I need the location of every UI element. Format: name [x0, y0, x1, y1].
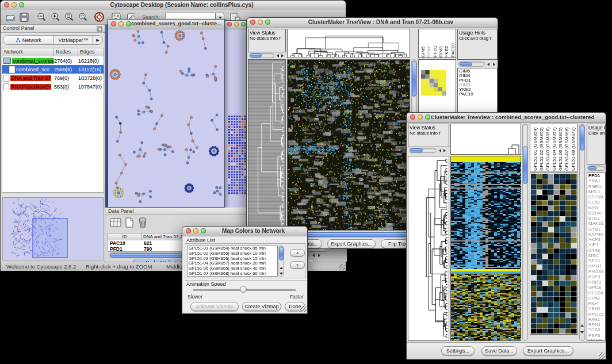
- resize-grip[interactable]: [339, 264, 345, 270]
- scroll-right-icon[interactable]: [281, 54, 284, 58]
- scroll-right-icon[interactable]: [443, 149, 446, 152]
- animate-vizmap-button[interactable]: Animate Vizmap: [190, 302, 239, 311]
- scroll-up-icon[interactable]: [280, 267, 283, 269]
- delete-attribute-icon[interactable]: [137, 217, 148, 228]
- attribute-list[interactable]: GPL51-01 (GSM854) heat shock 05 minGPL51…: [187, 246, 278, 277]
- tv2-status-hscrollbar[interactable]: [409, 148, 437, 153]
- scroll-left-icon[interactable]: [277, 54, 279, 58]
- col-edges[interactable]: Edges: [78, 48, 104, 56]
- tv1-gene-dendrogram[interactable]: [248, 59, 286, 231]
- col-nodes[interactable]: Nodes: [54, 48, 78, 56]
- zoom-heatmap-canvas[interactable]: [421, 70, 446, 97]
- tv1-heatmap[interactable]: [287, 59, 410, 231]
- window-controls[interactable]: [4, 2, 24, 7]
- zoom-out-button[interactable]: [36, 12, 47, 22]
- create-vizmap-button[interactable]: Create Vizmap: [242, 302, 281, 311]
- edges-count: 107847(0): [78, 84, 104, 90]
- network-view-canvas[interactable]: [108, 29, 224, 208]
- tab-network[interactable]: Network: [3, 36, 54, 44]
- open-session-button[interactable]: [5, 12, 16, 22]
- help-icon[interactable]: [94, 12, 105, 22]
- zoom-in-button[interactable]: [50, 12, 60, 22]
- float-panel-icon[interactable]: [97, 26, 102, 32]
- zoom-fit-button[interactable]: [64, 12, 74, 22]
- network-row[interactable]: RNAPuberNov2+ 563(0) 107847(0): [2, 82, 104, 91]
- status-left: Welcome to Cytoscape 2.6.2: [6, 263, 76, 270]
- close-icon[interactable]: [227, 22, 232, 26]
- close-icon[interactable]: [186, 228, 191, 233]
- minimize-icon[interactable]: [418, 114, 423, 120]
- birdseye-view[interactable]: [2, 197, 104, 260]
- down-arrow-icon: ∨: [296, 263, 299, 267]
- main-titlebar[interactable]: Cytoscape Desktop (Session Name: collins…: [1, 1, 346, 10]
- move-down-button[interactable]: ∨: [290, 261, 305, 269]
- window-controls[interactable]: [250, 20, 270, 25]
- resize-grip[interactable]: [300, 306, 307, 312]
- dialog-titlebar[interactable]: Map Colors to Network: [182, 227, 307, 236]
- tv2-settings-button[interactable]: Settings...: [441, 346, 475, 355]
- save-session-button[interactable]: [19, 12, 29, 22]
- edges-count: 16218(0): [78, 58, 104, 64]
- minimize-icon[interactable]: [12, 2, 17, 7]
- col-network[interactable]: Network: [2, 48, 54, 56]
- close-icon[interactable]: [410, 114, 415, 120]
- tv2-top-dendrogram[interactable]: [450, 124, 521, 155]
- scroll-right-icon[interactable]: [318, 254, 320, 257]
- gene-label: GTB1: [588, 227, 605, 232]
- tv1-hints-hscrollbar[interactable]: [458, 62, 485, 67]
- tv2-zoom-vscrollbar[interactable]: [579, 124, 585, 341]
- resize-grip[interactable]: [599, 352, 605, 359]
- attribute-list-vscrollbar[interactable]: [278, 246, 284, 277]
- scroll-down-icon[interactable]: [580, 331, 584, 334]
- column-label: GIM3: [438, 32, 443, 58]
- close-icon[interactable]: [250, 20, 255, 25]
- network-row[interactable]: combined_scores 2764(0) 16218(0): [2, 56, 104, 65]
- button-label: Animate Vizmap: [196, 304, 233, 309]
- tv1-status-hscrollbar[interactable]: [249, 53, 274, 58]
- tab-vizmapper[interactable]: VizMapper™: [54, 36, 93, 44]
- network-row[interactable]: DNA and Tran 07 769(0) 183728(0): [2, 74, 104, 82]
- tv2-hints-hscrollbar[interactable]: [587, 166, 605, 171]
- window-controls[interactable]: [186, 228, 206, 233]
- dendrogram-canvas: [288, 29, 410, 58]
- network-window-1[interactable]: combined_scores_good.txt--cluste...: [108, 19, 225, 208]
- scroll-down-icon[interactable]: [280, 273, 283, 275]
- tv2-zoom-heatmap[interactable]: [530, 173, 578, 335]
- minimize-icon[interactable]: [118, 21, 124, 26]
- tv2-vscrollbar[interactable]: [522, 124, 528, 341]
- speed-slider-thumb[interactable]: [240, 286, 247, 293]
- window-controls[interactable]: [227, 22, 246, 26]
- col-id[interactable]: ID: [108, 233, 141, 240]
- scroll-up-icon[interactable]: [580, 324, 584, 327]
- close-icon[interactable]: [111, 21, 116, 26]
- minimize-icon[interactable]: [193, 228, 198, 233]
- tv2-export-graphics-button[interactable]: Export Graphics...: [523, 346, 573, 355]
- zoom-window-icon[interactable]: [241, 22, 246, 26]
- tv2-heatmap[interactable]: [450, 156, 521, 341]
- folder-icon: [3, 58, 11, 64]
- treeview2-titlebar[interactable]: ClusterMaker TreeView : combined_scores_…: [407, 113, 606, 123]
- tv1-export-graphics-button[interactable]: Export Graphics...: [327, 239, 376, 248]
- attribute-select-icon[interactable]: [110, 217, 121, 228]
- gene-label: VIP1: [588, 242, 605, 247]
- scroll-right-icon[interactable]: [493, 63, 495, 66]
- tab-overflow-arrow[interactable]: ▶: [93, 36, 102, 44]
- tv2-save-data-button[interactable]: Save Data...: [481, 346, 517, 355]
- new-attribute-icon[interactable]: [125, 217, 134, 228]
- scroll-left-icon[interactable]: [439, 149, 441, 152]
- zoom-selected-button[interactable]: [78, 12, 88, 22]
- usage-hints-text: Click and drag t: [458, 36, 497, 41]
- close-icon[interactable]: [4, 2, 9, 7]
- tv2-gene-dendrogram[interactable]: [408, 156, 449, 341]
- zoom-window-icon[interactable]: [126, 21, 131, 26]
- minimize-icon[interactable]: [258, 20, 263, 25]
- network-row-selected[interactable]: combined_sco 2569(6) 13112(15): [2, 65, 104, 74]
- attribute-item[interactable]: GPL51-07 (GSM868) heat shock 60 min: [188, 271, 277, 277]
- treeview1-titlebar[interactable]: ClusterMaker TreeView : DNA and Tran 07-…: [247, 18, 498, 28]
- window-controls[interactable]: [111, 21, 131, 26]
- scroll-left-icon[interactable]: [312, 254, 315, 257]
- scroll-left-icon[interactable]: [487, 63, 489, 66]
- minimize-icon[interactable]: [234, 22, 239, 26]
- tv1-top-dendrogram[interactable]: [287, 29, 410, 58]
- move-up-button[interactable]: ∧: [290, 249, 305, 256]
